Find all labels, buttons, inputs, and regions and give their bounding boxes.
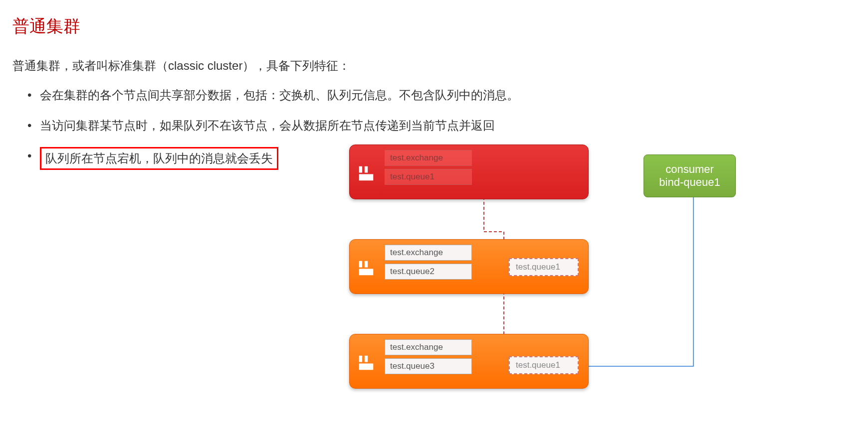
page-title: 普通集群 xyxy=(12,15,856,38)
exchange-label: test.exchange xyxy=(385,150,472,166)
feature-item-2: 当访问集群某节点时，如果队列不在该节点，会从数据所在节点传递到当前节点并返回 xyxy=(27,117,856,135)
consumer-line2: bind-queue1 xyxy=(653,176,726,189)
rabbitmq-icon xyxy=(357,164,376,183)
cluster-diagram: test.exchange test.queue1 test.exchange … xyxy=(349,145,858,197)
intro-text: 普通集群，或者叫标准集群（classic cluster），具备下列特征： xyxy=(12,58,856,74)
node-1-down: test.exchange test.queue1 xyxy=(349,145,589,197)
feature-item-1: 会在集群的各个节点间共享部分数据，包括：交换机、队列元信息。不包含队列中的消息。 xyxy=(27,86,856,104)
consumer-box: consumer bind-queue1 xyxy=(644,154,736,197)
consumer-line1: consumer xyxy=(653,163,726,176)
highlighted-feature: 队列所在节点宕机，队列中的消息就会丢失 xyxy=(40,147,278,170)
queue-label: test.queue1 xyxy=(385,169,472,185)
